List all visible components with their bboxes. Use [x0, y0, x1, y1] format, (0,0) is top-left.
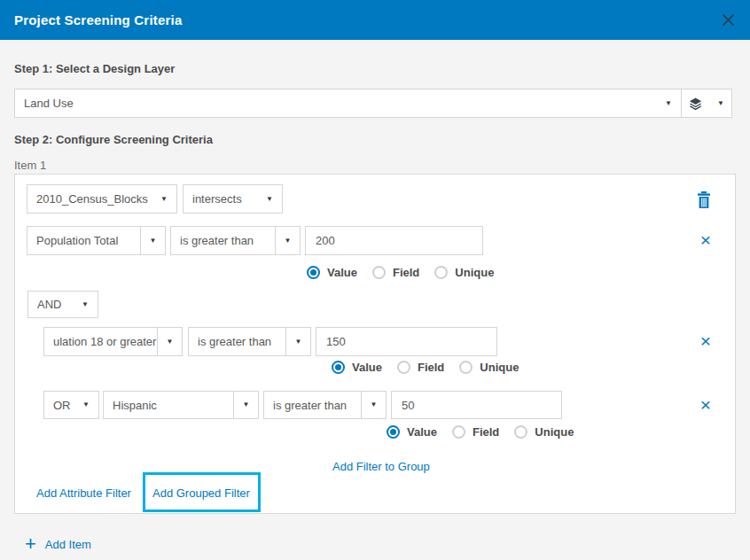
group-logic-select[interactable]: AND ▼: [27, 291, 98, 318]
radio-unique[interactable]: Unique: [459, 361, 519, 374]
radio-unselected-icon: [434, 266, 448, 279]
radio-selected-icon: [387, 425, 400, 439]
chevron-down-icon: ▼: [708, 100, 724, 107]
radio-selected-icon: [332, 361, 345, 374]
radio-value[interactable]: Value: [387, 425, 437, 439]
chevron-down-icon: ▼: [152, 196, 168, 203]
spatial-relation-value: intersects: [192, 192, 242, 206]
layers-icon: [689, 97, 702, 111]
radio-unselected-icon: [452, 425, 465, 439]
remove-filter3-button[interactable]: ×: [696, 394, 715, 414]
radio-field[interactable]: Field: [372, 266, 419, 279]
radio-field[interactable]: Field: [397, 361, 444, 374]
chevron-down-icon: ▼: [257, 196, 273, 203]
step2-heading: Step 2: Configure Screening Criteria: [14, 133, 213, 146]
remove-filter2-button[interactable]: ×: [696, 331, 715, 350]
close-icon[interactable]: [720, 12, 736, 28]
add-attribute-filter-link[interactable]: Add Attribute Filter: [36, 486, 131, 500]
close-icon-glyph: [722, 13, 735, 27]
filter2-field-value: ulation 18 or greater: [44, 328, 158, 355]
radio-unselected-icon: [372, 266, 386, 279]
radio-selected-icon: [307, 266, 320, 279]
filter3-value-input[interactable]: [391, 391, 562, 419]
design-layer-value: Land Use: [24, 97, 74, 110]
plus-icon: +: [25, 534, 36, 554]
filter3-field-select[interactable]: Hispanic ▼: [103, 391, 259, 419]
filter3-value-type-radios: Value Field Unique: [387, 425, 574, 439]
chevron-down-icon: ▼: [158, 328, 182, 355]
item-label: Item 1: [14, 159, 46, 172]
step1-heading: Step 1: Select a Design Layer: [14, 62, 175, 75]
spatial-relation-select[interactable]: intersects ▼: [183, 184, 283, 214]
chevron-down-icon: ▼: [141, 227, 165, 254]
filter3-field-value: Hispanic: [104, 392, 234, 418]
filter3-operator-value: is greater than: [264, 392, 362, 418]
radio-unselected-icon: [459, 361, 473, 374]
add-item-button[interactable]: + Add Item: [25, 534, 91, 554]
design-layer-select[interactable]: Land Use ▼: [14, 89, 682, 118]
add-grouped-filter-link[interactable]: Add Grouped Filter: [152, 486, 250, 500]
radio-unselected-icon: [514, 425, 527, 439]
add-item-label: Add Item: [45, 538, 91, 551]
radio-unselected-icon: [397, 361, 410, 374]
filter1-value-type-radios: Value Field Unique: [307, 266, 494, 279]
delete-item-button[interactable]: [695, 190, 713, 209]
filter3-logic-select[interactable]: OR ▼: [43, 391, 99, 419]
chevron-down-icon: ▼: [276, 227, 300, 254]
radio-value[interactable]: Value: [332, 361, 382, 374]
filter1-operator-select[interactable]: is greater than ▼: [170, 226, 301, 255]
chevron-down-icon: ▼: [362, 392, 386, 418]
chevron-down-icon: ▼: [74, 401, 90, 408]
trash-icon: [697, 191, 711, 208]
remove-filter1-button[interactable]: ×: [696, 229, 715, 249]
filter2-value-input[interactable]: [316, 327, 497, 356]
target-layer-select[interactable]: 2010_Census_Blocks ▼: [27, 184, 177, 214]
filter3-operator-select[interactable]: is greater than ▼: [263, 391, 387, 419]
filter2-operator-select[interactable]: is greater than ▼: [188, 327, 311, 356]
chevron-down-icon: ▼: [656, 100, 672, 107]
project-screening-dialog: Project Screening Criteria Step 1: Selec…: [0, 0, 750, 560]
filter1-operator-value: is greater than: [171, 227, 276, 254]
dialog-title: Project Screening Criteria: [14, 12, 182, 27]
radio-unique[interactable]: Unique: [514, 425, 574, 439]
radio-unique[interactable]: Unique: [434, 266, 494, 279]
filter2-field-select[interactable]: ulation 18 or greater ▼: [43, 327, 183, 356]
filter2-value-type-radios: Value Field Unique: [332, 361, 519, 374]
target-layer-value: 2010_Census_Blocks: [36, 192, 148, 206]
chevron-down-icon: ▼: [286, 328, 310, 355]
radio-value[interactable]: Value: [307, 266, 357, 279]
radio-field[interactable]: Field: [452, 425, 499, 439]
dialog-header: Project Screening Criteria: [0, 0, 750, 40]
layer-options-dropdown[interactable]: ▼: [681, 89, 732, 118]
filter3-logic-value: OR: [53, 399, 71, 412]
filter1-field-select[interactable]: Population Total ▼: [27, 226, 166, 255]
add-filter-to-group-link[interactable]: Add Filter to Group: [332, 460, 430, 473]
group-logic-value: AND: [37, 298, 61, 311]
filter1-field-value: Population Total: [27, 227, 141, 254]
item-panel: 2010_Census_Blocks ▼ intersects ▼ Popula…: [14, 174, 736, 514]
filter2-operator-value: is greater than: [189, 328, 286, 355]
chevron-down-icon: ▼: [234, 392, 258, 418]
filter1-value-input[interactable]: [305, 226, 483, 255]
chevron-down-icon: ▼: [73, 301, 89, 308]
